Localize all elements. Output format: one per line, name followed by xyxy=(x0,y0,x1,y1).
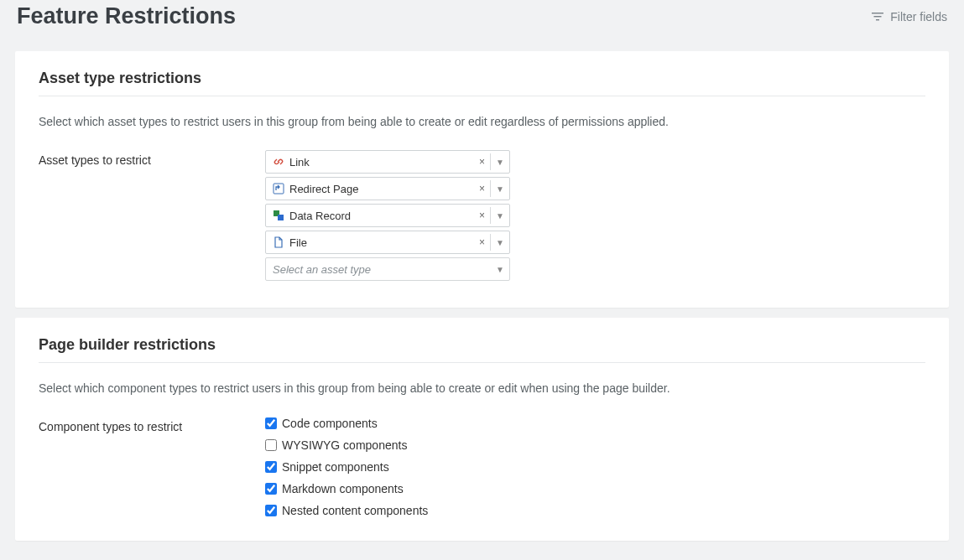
checkbox-label: Code components xyxy=(282,417,378,430)
asset-type-select-empty[interactable]: Select an asset type ▼ xyxy=(265,257,510,281)
asset-type-restrictions-card: Asset type restrictions Select which ass… xyxy=(15,51,949,308)
remove-icon[interactable]: × xyxy=(479,237,485,247)
asset-type-select-list: Link × ▼ Redirect Page × xyxy=(265,150,510,284)
asset-types-field: Asset types to restrict Link × ▼ xyxy=(39,150,925,284)
page-builder-restrictions-card: Page builder restrictions Select which c… xyxy=(15,318,949,541)
component-check-code[interactable]: Code components xyxy=(265,417,428,430)
filter-fields-button[interactable]: Filter fields xyxy=(872,10,947,23)
redirect-icon xyxy=(273,183,284,194)
checkbox[interactable] xyxy=(265,439,277,451)
component-check-snippet[interactable]: Snippet components xyxy=(265,460,428,474)
asset-label: Link xyxy=(289,156,310,169)
file-icon xyxy=(273,236,284,248)
chevron-down-icon[interactable]: ▼ xyxy=(496,265,504,274)
chevron-down-icon[interactable]: ▼ xyxy=(496,238,504,247)
checkbox[interactable] xyxy=(265,417,277,429)
checkbox-label: Markdown components xyxy=(282,482,404,495)
placeholder-label: Select an asset type xyxy=(273,263,371,276)
page-title: Feature Restrictions xyxy=(17,3,236,29)
data-record-icon xyxy=(273,210,284,221)
remove-icon[interactable]: × xyxy=(479,184,485,194)
section-divider xyxy=(39,96,925,96)
help-text: Select which component types to restrict… xyxy=(39,381,925,395)
component-check-nested[interactable]: Nested content components xyxy=(265,504,428,517)
chevron-down-icon[interactable]: ▼ xyxy=(496,184,504,194)
asset-type-select[interactable]: Data Record × ▼ xyxy=(265,204,510,227)
checkbox-label: WYSIWYG components xyxy=(282,438,407,452)
link-icon xyxy=(273,156,284,168)
asset-label: Data Record xyxy=(289,210,351,222)
field-label: Component types to restrict xyxy=(39,417,232,433)
svg-rect-2 xyxy=(876,19,879,20)
asset-type-select[interactable]: Link × ▼ xyxy=(265,150,510,174)
asset-label: Redirect Page xyxy=(289,183,358,195)
component-check-wysiwyg[interactable]: WYSIWYG components xyxy=(265,438,428,452)
field-label: Asset types to restrict xyxy=(39,150,232,167)
asset-type-select[interactable]: File × ▼ xyxy=(265,231,510,254)
help-text: Select which asset types to restrict use… xyxy=(39,115,925,128)
svg-rect-5 xyxy=(278,215,284,220)
remove-icon[interactable]: × xyxy=(479,210,485,220)
asset-type-select[interactable]: Redirect Page × ▼ xyxy=(265,177,510,200)
checkbox[interactable] xyxy=(265,483,277,495)
section-divider xyxy=(39,362,925,363)
remove-icon[interactable]: × xyxy=(479,157,485,167)
checkbox[interactable] xyxy=(265,505,277,516)
component-types-field: Component types to restrict Code compone… xyxy=(39,417,925,517)
topbar: Feature Restrictions Filter fields xyxy=(0,0,964,41)
chevron-down-icon[interactable]: ▼ xyxy=(496,158,504,167)
svg-rect-0 xyxy=(872,13,883,13)
checkbox[interactable] xyxy=(265,461,277,473)
section-heading: Page builder restrictions xyxy=(39,336,925,354)
svg-rect-3 xyxy=(274,184,284,194)
checkbox-label: Nested content components xyxy=(282,504,428,517)
chevron-down-icon[interactable]: ▼ xyxy=(496,211,504,220)
component-checkbox-list: Code components WYSIWYG components Snipp… xyxy=(265,417,428,517)
checkbox-label: Snippet components xyxy=(282,460,389,474)
filter-icon xyxy=(872,11,883,23)
section-heading: Asset type restrictions xyxy=(39,70,925,87)
asset-label: File xyxy=(289,236,307,249)
filter-fields-label: Filter fields xyxy=(890,10,947,23)
component-check-markdown[interactable]: Markdown components xyxy=(265,482,428,495)
svg-rect-1 xyxy=(874,16,882,17)
